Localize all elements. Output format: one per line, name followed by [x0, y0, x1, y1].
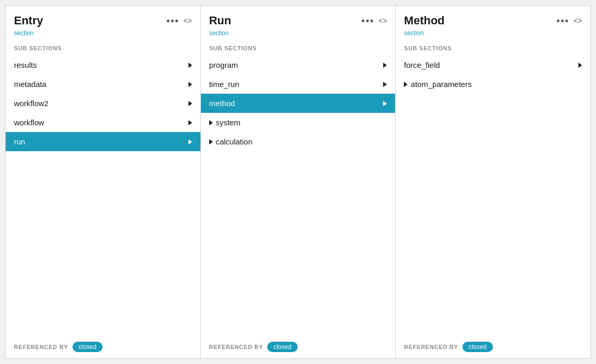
code-icon[interactable]: <>	[574, 17, 582, 25]
panel-header-entry: Entry•••<>	[6, 6, 200, 30]
panel-title-method: Method	[404, 14, 444, 27]
panel-body-entry: resultsmetadataworkflow2workflowrun	[6, 55, 200, 333]
panel-title-entry: Entry	[14, 14, 43, 27]
nav-item-label-run: run	[14, 137, 25, 146]
nav-item-label-system: system	[216, 118, 241, 127]
nav-item-label-workflow2: workflow2	[14, 99, 49, 108]
referenced-by-label-method: REFERENCED BY	[404, 344, 458, 350]
nav-item-left-calculation: calculation	[209, 137, 253, 146]
panel-subtitle-run: section	[201, 30, 396, 43]
nav-item-label-time_run: time_run	[209, 80, 239, 89]
panel-entry: Entry•••<>sectionSUB SECTIONSresultsmeta…	[6, 6, 201, 358]
referenced-by-run: REFERENCED BYclosed	[201, 336, 396, 358]
nav-item-left-program: program	[209, 61, 238, 69]
panel-actions-run: •••<>	[361, 16, 387, 26]
nav-item-left-workflow2: workflow2	[14, 99, 49, 108]
nav-item-left-workflow: workflow	[14, 118, 44, 127]
nav-item-calculation[interactable]: calculation	[201, 132, 396, 151]
nav-item-label-results: results	[14, 61, 37, 69]
panel-run: Run•••<>sectionSUB SECTIONSprogramtime_r…	[201, 6, 396, 358]
subsections-label-entry: SUB SECTIONS	[6, 43, 200, 55]
more-icon[interactable]: •••	[361, 16, 374, 26]
panel-header-run: Run•••<>	[201, 6, 396, 30]
nav-item-left-force_field: force_field	[404, 61, 440, 69]
nav-item-results[interactable]: results	[6, 55, 200, 75]
nav-item-left-system: system	[209, 118, 241, 127]
panel-header-method: Method•••<>	[396, 6, 590, 30]
nav-item-label-method: method	[209, 99, 235, 108]
nav-item-force_field[interactable]: force_field	[396, 55, 590, 75]
nav-item-time_run[interactable]: time_run	[201, 75, 396, 94]
nav-item-label-calculation: calculation	[216, 137, 253, 146]
nav-item-label-force_field: force_field	[404, 61, 440, 69]
more-icon[interactable]: •••	[166, 16, 179, 26]
code-icon[interactable]: <>	[379, 17, 387, 25]
nav-item-atom_parameters[interactable]: atom_parameters	[396, 75, 590, 94]
nav-item-method[interactable]: method	[201, 94, 396, 113]
closed-badge-method[interactable]: closed	[462, 342, 493, 352]
chevron-right-icon-results	[188, 63, 192, 68]
panel-body-method: force_fieldatom_parameters	[396, 55, 590, 333]
expand-icon-atom_parameters	[404, 82, 408, 87]
nav-item-metadata[interactable]: metadata	[6, 75, 200, 94]
expand-icon-system	[209, 120, 213, 125]
referenced-by-label-run: REFERENCED BY	[209, 344, 264, 350]
panel-title-run: Run	[209, 14, 231, 27]
nav-item-left-time_run: time_run	[209, 80, 239, 89]
nav-item-left-results: results	[14, 61, 37, 69]
nav-item-run[interactable]: run	[6, 132, 200, 151]
chevron-right-icon-time_run	[383, 82, 387, 87]
closed-badge-run[interactable]: closed	[267, 342, 298, 352]
closed-badge-entry[interactable]: closed	[72, 342, 103, 352]
nav-item-label-program: program	[209, 61, 238, 69]
nav-item-label-workflow: workflow	[14, 118, 44, 127]
chevron-right-icon-force_field	[578, 63, 582, 68]
nav-item-system[interactable]: system	[201, 113, 396, 132]
nav-item-left-atom_parameters: atom_parameters	[404, 80, 472, 89]
panel-actions-entry: •••<>	[166, 16, 192, 26]
panel-body-run: programtime_runmethodsystemcalculation	[201, 55, 396, 333]
referenced-by-label-entry: REFERENCED BY	[14, 344, 68, 350]
nav-item-label-metadata: metadata	[14, 80, 47, 89]
panel-method: Method•••<>sectionSUB SECTIONSforce_fiel…	[396, 6, 590, 358]
more-icon[interactable]: •••	[557, 16, 570, 26]
nav-item-label-atom_parameters: atom_parameters	[411, 80, 472, 89]
referenced-by-method: REFERENCED BYclosed	[396, 336, 590, 358]
subsections-label-run: SUB SECTIONS	[201, 43, 396, 55]
referenced-by-entry: REFERENCED BYclosed	[6, 336, 200, 358]
nav-item-workflow[interactable]: workflow	[6, 113, 200, 132]
panels-container: Entry•••<>sectionSUB SECTIONSresultsmeta…	[5, 5, 591, 359]
chevron-right-icon-program	[383, 63, 387, 68]
nav-item-program[interactable]: program	[201, 55, 396, 75]
expand-icon-calculation	[209, 139, 213, 144]
panel-subtitle-entry: section	[6, 30, 200, 43]
nav-item-left-run: run	[14, 137, 25, 146]
nav-item-workflow2[interactable]: workflow2	[6, 94, 200, 113]
chevron-right-icon-run	[188, 139, 192, 144]
subsections-label-method: SUB SECTIONS	[396, 43, 590, 55]
nav-item-left-method: method	[209, 99, 235, 108]
nav-item-left-metadata: metadata	[14, 80, 47, 89]
chevron-right-icon-method	[383, 101, 387, 106]
code-icon[interactable]: <>	[183, 17, 192, 25]
chevron-right-icon-metadata	[188, 82, 192, 87]
panel-actions-method: •••<>	[557, 16, 582, 26]
chevron-right-icon-workflow2	[188, 101, 192, 106]
panel-subtitle-method: section	[396, 30, 590, 43]
chevron-right-icon-workflow	[188, 120, 192, 125]
